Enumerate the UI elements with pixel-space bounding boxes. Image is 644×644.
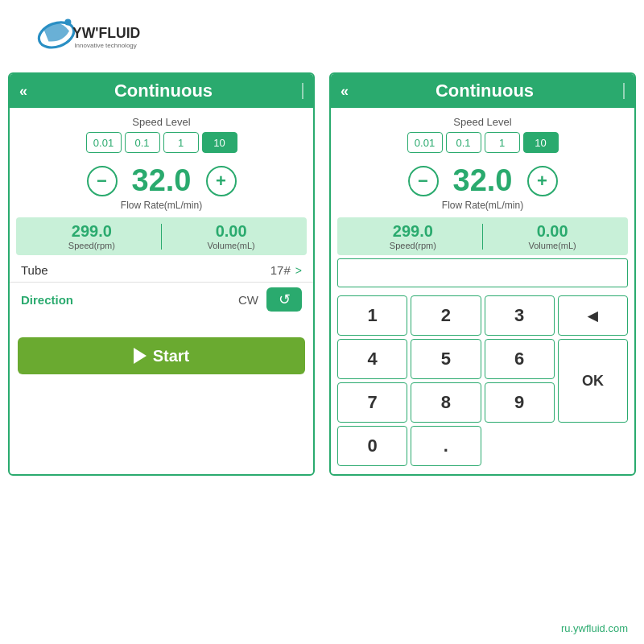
watermark: ru.ywfluid.com (561, 622, 628, 634)
right-panel-title: Continuous (354, 80, 615, 101)
right-speed-value: 299.0 (393, 222, 433, 241)
left-tube-arrow: > (295, 264, 302, 277)
left-speed-buttons: 0.01 0.1 1 10 (86, 132, 237, 153)
left-panel-header: « Continuous (10, 74, 313, 108)
right-panel-header: « Continuous (331, 74, 634, 108)
right-keypad-grid: 1 2 3 ◀ 4 5 6 OK 7 8 9 0 . (331, 291, 634, 474)
left-direction-label: Direction (21, 293, 73, 307)
svg-point-1 (64, 19, 71, 25)
right-speed-section: Speed Level 0.01 0.1 1 10 (331, 108, 634, 157)
left-flow-unit: Flow Rate(mL/min) (10, 200, 313, 214)
key-4[interactable]: 4 (337, 339, 407, 379)
right-flow-unit: Flow Rate(mL/min) (331, 200, 634, 214)
key-2[interactable]: 2 (411, 295, 481, 336)
logo-svg: YW'FLUID Innovative technology (24, 8, 153, 64)
panels-row: « Continuous Speed Level 0.01 0.1 1 10 −… (8, 72, 636, 476)
left-header-divider (302, 83, 303, 99)
left-speed-cell: 299.0 Speed(rpm) (27, 222, 156, 250)
logo-area: YW'FLUID Innovative technology (24, 8, 153, 64)
left-speed-10[interactable]: 10 (202, 132, 237, 153)
left-speed-unit: Speed(rpm) (68, 241, 115, 250)
key-5[interactable]: 5 (411, 339, 481, 379)
right-header-divider (623, 83, 625, 99)
left-tube-row[interactable]: Tube 17# > (10, 258, 313, 283)
left-minus-button[interactable]: − (87, 166, 118, 196)
left-plus-button[interactable]: + (206, 166, 237, 196)
right-speed-001[interactable]: 0.01 (407, 132, 443, 153)
right-flow-value[interactable]: 32.0 (447, 163, 519, 198)
right-speed-cell: 299.0 Speed(rpm) (349, 222, 477, 250)
right-speed-01[interactable]: 0.1 (446, 132, 481, 153)
left-info-divider (161, 224, 163, 250)
left-speed-01[interactable]: 0.1 (125, 132, 160, 153)
left-tube-label: Tube (21, 263, 48, 277)
key-7[interactable]: 7 (337, 382, 407, 423)
key-6[interactable]: 6 (485, 339, 555, 379)
left-panel-title: Continuous (33, 80, 294, 101)
right-speed-unit: Speed(rpm) (390, 241, 436, 250)
left-flow-value[interactable]: 32.0 (126, 163, 198, 198)
left-speed-section: Speed Level 0.01 0.1 1 10 (10, 108, 313, 157)
left-flowrate-row: − 32.0 + (10, 157, 313, 200)
right-plus-button[interactable]: + (527, 166, 558, 196)
left-start-button[interactable]: Start (18, 337, 305, 374)
key-3[interactable]: 3 (485, 295, 555, 336)
left-speed-1[interactable]: 1 (163, 132, 199, 153)
right-panel: « Continuous Speed Level 0.01 0.1 1 10 −… (329, 72, 636, 476)
left-tube-number: 17# (270, 263, 291, 277)
right-info-divider (482, 224, 484, 250)
right-keypad-input[interactable] (337, 258, 628, 287)
key-backspace[interactable]: ◀ (558, 295, 628, 336)
svg-text:Innovative technology: Innovative technology (74, 42, 136, 49)
right-minus-button[interactable]: − (408, 166, 439, 196)
key-0[interactable]: 0 (337, 426, 407, 466)
right-speed-1[interactable]: 1 (485, 132, 520, 153)
left-direction-text: CW (238, 293, 258, 307)
left-tube-value: 17# > (270, 263, 302, 277)
right-volume-unit: Volume(mL) (528, 241, 576, 250)
left-volume-value: 0.00 (216, 222, 247, 241)
key-dot[interactable]: . (411, 426, 481, 466)
right-back-button[interactable]: « (341, 83, 346, 100)
right-volume-value: 0.00 (537, 222, 568, 241)
right-info-row: 299.0 Speed(rpm) 0.00 Volume(mL) (337, 217, 628, 255)
right-speed-buttons: 0.01 0.1 1 10 (407, 132, 559, 153)
left-panel: « Continuous Speed Level 0.01 0.1 1 10 −… (8, 72, 315, 476)
left-play-icon (134, 348, 147, 364)
key-1[interactable]: 1 (337, 295, 407, 336)
left-start-label: Start (153, 347, 190, 365)
left-volume-cell: 0.00 Volume(mL) (167, 222, 295, 250)
left-direction-row: Direction CW ↺ (10, 283, 313, 316)
left-speed-value: 299.0 (72, 222, 112, 241)
left-speed-label: Speed Level (132, 116, 190, 128)
left-volume-unit: Volume(mL) (207, 241, 254, 250)
key-ok[interactable]: OK (558, 339, 628, 423)
right-speed-label: Speed Level (453, 116, 511, 128)
left-speed-001[interactable]: 0.01 (86, 132, 122, 153)
key-8[interactable]: 8 (411, 382, 481, 423)
key-9[interactable]: 9 (485, 382, 555, 423)
left-direction-value-wrap: CW ↺ (238, 287, 302, 312)
left-back-button[interactable]: « (19, 83, 25, 100)
svg-text:YW'FLUID: YW'FLUID (72, 25, 140, 41)
left-direction-icon: ↺ (279, 291, 291, 308)
left-info-row: 299.0 Speed(rpm) 0.00 Volume(mL) (16, 217, 307, 255)
left-direction-toggle[interactable]: ↺ (266, 287, 302, 312)
right-volume-cell: 0.00 Volume(mL) (488, 222, 617, 250)
right-speed-10[interactable]: 10 (523, 132, 559, 153)
right-flowrate-row: − 32.0 + (331, 157, 634, 200)
